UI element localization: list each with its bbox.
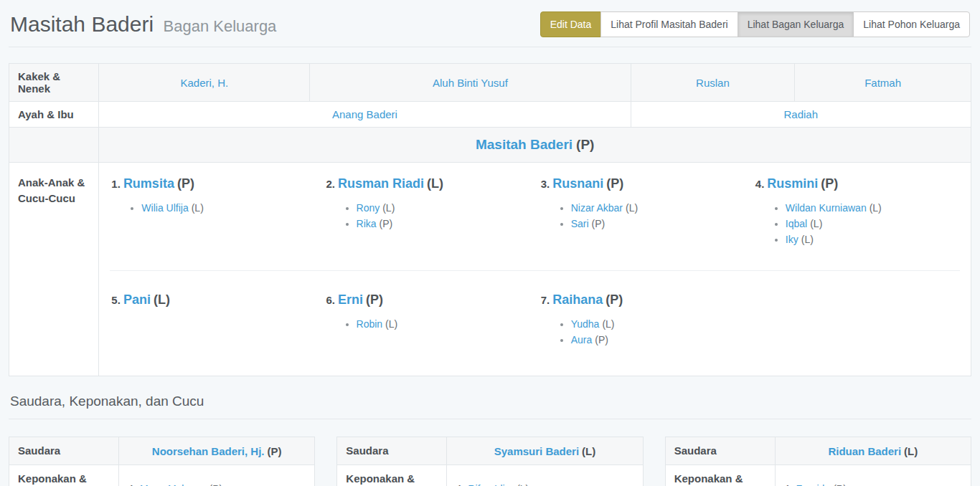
nephews-cell: Muna Makmun(P)Nafies Luthfi(L) <box>119 465 315 486</box>
grandchild-link-iqbal[interactable]: Iqbal <box>786 218 807 229</box>
grandchild-link-rony[interactable]: Rony <box>357 202 380 214</box>
nephews-row-label: Keponakan & Cucu-Cucu <box>9 465 119 486</box>
grandchild-gender: (P) <box>595 334 608 346</box>
child-number: 6. <box>326 294 336 306</box>
child-number: 3. <box>541 178 550 190</box>
nephew-item: Rifna Idiar(L)Sari Mardiah(P) <box>468 481 633 486</box>
sibling-table-riduan-baderi: SaudaraRiduan Baderi(L)Keponakan & Cucu-… <box>665 437 971 486</box>
person-link[interactable]: Masitah Baderi <box>476 137 573 152</box>
person-gender: (P) <box>576 137 594 152</box>
grandchild-link-iky[interactable]: Iky <box>786 234 798 245</box>
child-link-pani[interactable]: Pani <box>123 292 151 307</box>
grandchild-link-robin[interactable]: Robin <box>357 318 383 330</box>
child-link-rusnani[interactable]: Rusnani <box>552 176 603 191</box>
grandchild-link-sari[interactable]: Sari <box>571 218 589 229</box>
nephews-list: Zuraida(P)Andika Nugraha Rahman(L) <box>784 481 962 486</box>
sibling-tables-grid: SaudaraNoorsehan Baderi, Hj.(P)Keponakan… <box>9 437 971 486</box>
grandchild-link-yudha[interactable]: Yudha <box>571 318 600 330</box>
grandchild-link-aura[interactable]: Aura <box>571 334 593 346</box>
children-cell: 1.Rumsita(P)Wilia Ulfija(L)2.Rusman Riad… <box>99 163 971 376</box>
child-link-erni[interactable]: Erni <box>338 292 363 307</box>
nephew-link-rifna-idiar[interactable]: Rifna Idiar <box>468 483 514 486</box>
child-entry-rusman-riadi: 2.Rusman Riadi(L)Rony(L)Rika(P) <box>325 175 531 259</box>
parent-cell: Radiah <box>631 102 971 128</box>
children-row: Anak-Anak & Cucu-Cucu 1.Rumsita(P)Wilia … <box>9 163 971 376</box>
toolbar-button-edit-data[interactable]: Edit Data <box>540 11 602 37</box>
grandparent-cell: Fatmah <box>795 64 971 102</box>
toolbar-button-lihat-bagan-keluarga[interactable]: Lihat Bagan Keluarga <box>738 11 854 37</box>
nephews-list: Rifna Idiar(L)Sari Mardiah(P) <box>456 481 633 486</box>
children-grid-row-1: 1.Rumsita(P)Wilia Ulfija(L)2.Rusman Riad… <box>110 175 960 259</box>
sibling-table-noorsehan-baderi-hj: SaudaraNoorsehan Baderi, Hj.(P)Keponakan… <box>9 437 315 486</box>
grandchildren-list: Yudha(L)Aura(P) <box>540 316 745 348</box>
nephew-gender: (L) <box>517 483 529 486</box>
grandchild-link-wildan-kurniawan[interactable]: Wildan Kurniawan <box>786 202 867 214</box>
grandparent-link-kaderi-h[interactable]: Kaderi, H. <box>180 77 228 89</box>
sibling-gender: (P) <box>268 445 282 457</box>
children-row-label: Anak-Anak & Cucu-Cucu <box>9 163 99 376</box>
grandchild-item: Yudha(L) <box>571 316 745 332</box>
grandparent-cell: Kaderi, H. <box>99 64 310 102</box>
grandparents-row: Kakek & Nenek Kaderi, H.Aluh Binti Yusuf… <box>9 64 971 102</box>
sibling-row: SaudaraNoorsehan Baderi, Hj.(P) <box>9 437 315 465</box>
grandchildren-list: Wilia Ulfija(L) <box>110 200 316 216</box>
sibling-link-noorsehan-baderi-hj[interactable]: Noorsehan Baderi, Hj. <box>152 445 265 457</box>
grandchild-item: Sari(P) <box>571 216 745 232</box>
grandchild-link-wilia-ulfija[interactable]: Wilia Ulfija <box>141 202 188 214</box>
nephew-link-muna-makmun[interactable]: Muna Makmun <box>140 483 207 486</box>
grandchild-gender: (L) <box>382 202 395 214</box>
child-number: 1. <box>111 178 121 190</box>
sibling-table-syamsuri-baderi: SaudaraSyamsuri Baderi(L)Keponakan & Cuc… <box>336 437 643 486</box>
nephews-cell: Zuraida(P)Andika Nugraha Rahman(L) <box>775 465 971 486</box>
sibling-name-cell: Riduan Baderi(L) <box>775 437 971 465</box>
child-gender: (P) <box>606 176 623 191</box>
sibling-row: SaudaraSyamsuri Baderi(L) <box>337 437 643 465</box>
child-heading: 1.Rumsita(P) <box>110 175 316 193</box>
grandchildren-list: Wildan Kurniawan(L)Iqbal(L)Iky(L) <box>754 200 960 247</box>
parent-link-anang-baderi[interactable]: Anang Baderi <box>332 108 397 120</box>
grandchild-link-nizar-akbar[interactable]: Nizar Akbar <box>571 202 623 214</box>
child-number: 5. <box>111 294 121 306</box>
person-row: Masitah Baderi(P) <box>9 128 971 163</box>
child-link-raihana[interactable]: Raihana <box>552 292 603 307</box>
grandchild-gender: (L) <box>602 318 614 330</box>
grandchildren-list: Nizar Akbar(L)Sari(P) <box>540 200 745 232</box>
nephews-row: Keponakan & Cucu-CucuMuna Makmun(P)Nafie… <box>9 465 315 486</box>
grandchild-link-rika[interactable]: Rika <box>357 218 377 229</box>
sibling-link-syamsuri-baderi[interactable]: Syamsuri Baderi <box>494 445 579 457</box>
child-number: 2. <box>326 178 336 190</box>
toolbar-button-lihat-profil-masitah-baderi[interactable]: Lihat Profil Masitah Baderi <box>600 11 738 37</box>
children-grid-row-2: 5.Pani(L)6.Erni(P)Robin(L)7.Raihana(P)Yu… <box>110 291 960 370</box>
grandparent-cell: Aluh Binti Yusuf <box>310 64 631 102</box>
child-link-rusmini[interactable]: Rusmini <box>767 176 818 191</box>
sibling-link-riduan-baderi[interactable]: Riduan Baderi <box>828 445 901 457</box>
grandparent-link-ruslan[interactable]: Ruslan <box>696 77 730 89</box>
nephews-row-label: Keponakan & Cucu-Cucu <box>665 465 775 486</box>
grandchild-gender: (L) <box>192 202 204 214</box>
child-entry-pani: 5.Pani(L) <box>110 291 316 370</box>
child-entry-rumsita: 1.Rumsita(P)Wilia Ulfija(L) <box>110 175 316 259</box>
child-link-rusman-riadi[interactable]: Rusman Riadi <box>338 176 424 191</box>
child-link-rumsita[interactable]: Rumsita <box>123 176 174 191</box>
nephew-item: Zuraida(P)Andika Nugraha Rahman(L) <box>796 481 962 486</box>
child-entry-raihana: 7.Raihana(P)Yudha(L)Aura(P) <box>540 291 745 370</box>
page-title: Masitah Baderi <box>10 12 154 36</box>
page: Masitah Baderi Bagan Keluarga Edit DataL… <box>0 0 980 486</box>
nephew-item: Muna Makmun(P)Nafies Luthfi(L) <box>140 481 306 486</box>
grandchildren-list: Rony(L)Rika(P) <box>325 200 531 232</box>
child-heading: 2.Rusman Riadi(L) <box>325 175 531 193</box>
view-toolbar: Edit DataLihat Profil Masitah BaderiLiha… <box>540 11 970 37</box>
children-row-divider <box>110 270 960 271</box>
child-gender: (L) <box>154 292 170 307</box>
parent-link-radiah[interactable]: Radiah <box>784 108 819 120</box>
grandparent-link-fatmah[interactable]: Fatmah <box>864 77 901 89</box>
grandchild-item: Aura(P) <box>571 332 745 348</box>
grandchild-gender: (L) <box>810 218 822 229</box>
child-heading: 7.Raihana(P) <box>540 291 745 309</box>
grandchild-gender: (P) <box>592 218 606 229</box>
nephew-link-zuraida[interactable]: Zuraida <box>796 483 830 486</box>
child-number: 4. <box>755 178 765 190</box>
toolbar-button-lihat-pohon-keluarga[interactable]: Lihat Pohon Keluarga <box>853 11 970 37</box>
grandparent-link-aluh-binti-yusuf[interactable]: Aluh Binti Yusuf <box>433 77 508 89</box>
grandchild-item: Iqbal(L) <box>786 216 960 232</box>
